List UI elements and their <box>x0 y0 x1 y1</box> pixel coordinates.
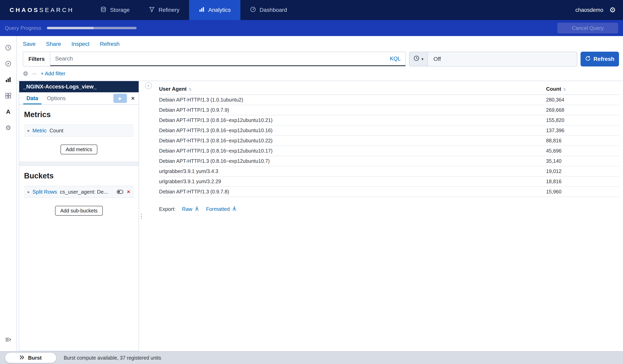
table-row: Debian APT-HTTP/1.3 (1.0.1ubuntu2) 280,3… <box>159 95 619 105</box>
analytics-icon <box>199 6 205 14</box>
discover-compass-icon[interactable] <box>1 56 15 71</box>
editor-body: Metrics ▸ Metric Count Add metrics Bucke… <box>19 105 139 351</box>
count-cell: 19,012 <box>546 166 619 176</box>
kql-toggle[interactable]: KQL <box>385 56 405 62</box>
table-row: Debian APT-HTTP/1.3 (0.8.16~exp12ubuntu1… <box>159 156 619 166</box>
username[interactable]: chaosdemo <box>575 7 603 13</box>
account-gear-icon[interactable]: ⚙ <box>609 6 616 14</box>
sort-icon: ⇅ <box>189 87 192 91</box>
save-link[interactable]: Save <box>23 41 36 47</box>
table-row: urlgrabber/3.9.1 yum/3.2.29 18,816 <box>159 176 619 187</box>
dashboards-grid-icon[interactable] <box>1 88 15 103</box>
letter-a-icon[interactable]: A <box>1 104 15 119</box>
add-metrics-button[interactable]: Add metrics <box>61 145 97 154</box>
search-row: Filters KQL ▾ Off Refresh <box>17 51 623 70</box>
tab-dashboard-label: Dashboard <box>260 7 287 13</box>
split-rows-link[interactable]: Split Rows <box>32 189 57 195</box>
panel-resizer-handle[interactable]: ⋮ <box>139 81 144 351</box>
tab-dashboard[interactable]: Dashboard <box>240 0 297 20</box>
bucket-row[interactable]: ▸ Split Rows cs_user_agent: De... × <box>24 186 134 198</box>
burst-button[interactable]: Burst <box>5 352 57 363</box>
chevron-down-icon: ▾ <box>422 57 423 62</box>
collapse-menu-icon[interactable] <box>1 332 15 347</box>
results-table: User Agent⇅ Count⇅ Debian APT-HTTP/1.3 (… <box>159 84 619 197</box>
apply-changes-button[interactable]: ▶ <box>113 94 127 103</box>
storage-icon <box>100 6 106 14</box>
progress-fill <box>47 27 93 29</box>
sort-icon: ⇅ <box>563 87 566 91</box>
visualize-chart-icon[interactable] <box>1 72 15 87</box>
collapse-panel-button[interactable]: ‹ <box>145 82 152 89</box>
burst-button-label: Burst <box>28 355 42 361</box>
export-raw-link[interactable]: Raw <box>182 206 200 213</box>
metric-link[interactable]: Metric <box>32 128 47 134</box>
count-header-label: Count <box>546 86 561 92</box>
visualization-toolbar: Save Share Inspect Refresh <box>17 36 623 51</box>
settings-gear-icon[interactable]: ⚙ <box>1 120 15 135</box>
column-header-user-agent[interactable]: User Agent⇅ <box>159 84 546 95</box>
filters-button[interactable]: Filters <box>23 52 50 66</box>
count-cell: 155,820 <box>546 115 619 125</box>
metrics-section: Metrics ▸ Metric Count Add metrics <box>19 105 139 162</box>
tab-refinery[interactable]: Refinery <box>139 0 189 20</box>
count-cell: 35,140 <box>546 156 619 166</box>
download-icon <box>232 206 237 213</box>
user-agent-cell: Debian APT-HTTP/1.3 (0.8.16~exp12ubuntu1… <box>159 156 546 166</box>
remove-bucket-icon[interactable]: × <box>127 189 130 195</box>
count-cell: 15,960 <box>546 187 619 197</box>
editor-tabs: Data Options ▶ × <box>19 92 139 105</box>
progress-track <box>47 27 137 29</box>
time-picker: ▾ Off <box>409 52 577 66</box>
top-navigation: CHAOSSEARCH Storage Refinery Analytics D… <box>0 0 623 20</box>
tab-options[interactable]: Options <box>44 92 69 104</box>
main-area: Save Share Inspect Refresh Filters KQL <box>17 36 623 351</box>
cancel-query-button[interactable]: Cancel Query <box>557 23 618 33</box>
user-agent-cell: Debian APT-HTTP/1.3 (0.8.16~exp12ubuntu1… <box>159 125 546 136</box>
table-row: urlgrabber/3.9.1 yum/3.4.3 19,012 <box>159 166 619 176</box>
export-label: Export: <box>159 206 176 212</box>
left-icon-rail: A ⚙ <box>0 36 17 351</box>
table-row: Debian APT-HTTP/1.3 (0.8.16~exp12ubuntu1… <box>159 115 619 125</box>
view-title: _NGINX-Access-Logs_view_ <box>19 81 139 92</box>
editor-tabs-spacer <box>71 92 113 104</box>
search-input[interactable] <box>50 55 385 62</box>
play-icon: ▶ <box>119 96 122 101</box>
topnav-right: chaosdemo ⚙ <box>575 0 623 20</box>
refresh-link[interactable]: Refresh <box>100 41 120 47</box>
count-cell: 18,816 <box>546 176 619 187</box>
recent-clock-icon[interactable] <box>1 40 15 55</box>
tab-analytics[interactable]: Analytics <box>189 0 240 20</box>
add-filter-link[interactable]: + Add filter <box>41 70 66 77</box>
logo-text-chaos: CHAOS <box>10 7 39 13</box>
table-row: Debian APT-HTTP/1.3 (0.8.16~exp12ubuntu1… <box>159 146 619 156</box>
export-formatted-link[interactable]: Formatted <box>206 206 237 213</box>
tab-data[interactable]: Data <box>23 92 42 104</box>
filter-gear-icon[interactable]: ⚙ <box>23 71 28 77</box>
time-picker-button[interactable]: ▾ <box>409 52 428 66</box>
toggle-enabled-icon[interactable] <box>117 189 123 194</box>
close-icon[interactable]: × <box>131 95 135 101</box>
user-agent-cell: Debian APT-HTTP/1.3 (0.9.7.8) <box>159 187 546 197</box>
count-cell: 45,696 <box>546 146 619 156</box>
table-row: Debian APT-HTTP/1.3 (0.8.16~exp12ubuntu1… <box>159 125 619 136</box>
share-link[interactable]: Share <box>46 41 61 47</box>
table-header-row: User Agent⇅ Count⇅ <box>159 84 619 95</box>
content-area: _NGINX-Access-Logs_view_ Data Options ▶ … <box>17 81 623 351</box>
chaossearch-logo: CHAOSSEARCH <box>0 0 85 20</box>
user-agent-header-label: User Agent <box>159 86 187 92</box>
metric-row[interactable]: ▸ Metric Count <box>24 125 134 137</box>
count-cell: 269,668 <box>546 105 619 115</box>
refinery-icon <box>149 6 155 14</box>
user-agent-cell: Debian APT-HTTP/1.3 (0.8.16~exp12ubuntu1… <box>159 146 546 156</box>
bucket-row-actions: × <box>117 189 130 195</box>
tab-refinery-label: Refinery <box>158 7 179 13</box>
tab-storage[interactable]: Storage <box>91 0 139 20</box>
inspect-link[interactable]: Inspect <box>71 41 89 47</box>
add-sub-buckets-button[interactable]: Add sub-buckets <box>55 206 103 216</box>
column-header-count[interactable]: Count⇅ <box>546 84 619 95</box>
tab-analytics-label: Analytics <box>208 7 231 13</box>
resizer-dots-icon: ⋮ <box>138 213 144 220</box>
refresh-button[interactable]: Refresh <box>580 52 619 66</box>
refresh-interval-value[interactable]: Off <box>428 56 441 62</box>
query-progress-label: Query Progress <box>5 25 41 31</box>
